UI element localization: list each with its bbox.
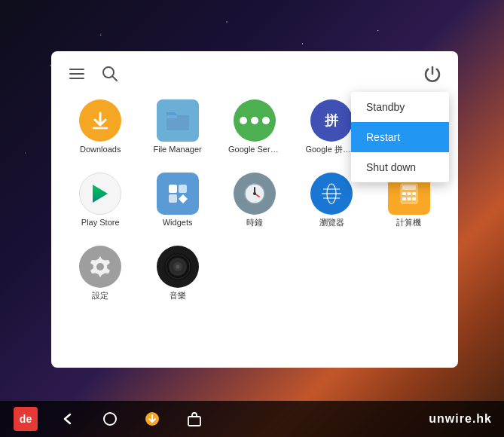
browser-icon <box>310 173 353 215</box>
power-icon <box>423 65 441 83</box>
hamburger-button[interactable] <box>66 63 87 84</box>
svg-rect-23 <box>407 192 411 195</box>
svg-point-14 <box>253 192 256 195</box>
settings-label: 設定 <box>92 291 108 301</box>
toolbar-left <box>66 63 121 84</box>
playstore-icon <box>79 173 121 215</box>
svg-rect-24 <box>412 192 416 195</box>
svg-rect-25 <box>402 197 406 200</box>
back-icon <box>60 411 75 426</box>
widgets-label: Widgets <box>163 218 193 228</box>
store-button[interactable] <box>181 405 208 432</box>
toolbar <box>60 60 449 93</box>
logo-text: de <box>20 413 32 425</box>
playstore-label: Play Store <box>81 218 120 228</box>
googlepinyin-label: Google 拼音輸... <box>305 145 358 154</box>
svg-point-29 <box>96 263 104 270</box>
brand-label: unwire.hk <box>429 412 492 426</box>
svg-point-33 <box>176 265 179 269</box>
home-button[interactable] <box>96 405 124 432</box>
search-icon <box>102 66 118 82</box>
restart-option[interactable]: Restart <box>351 122 449 152</box>
logo-icon: de <box>14 407 38 431</box>
hamburger-icon <box>69 69 84 79</box>
taskbar: de unwire.hk <box>0 401 504 437</box>
downloads-label: Downloads <box>80 145 121 154</box>
googleservice-icon <box>234 99 276 142</box>
svg-line-1 <box>112 76 117 81</box>
svg-rect-4 <box>166 115 189 130</box>
svg-rect-26 <box>407 197 411 200</box>
download-taskbar-button[interactable] <box>139 405 166 432</box>
standby-option[interactable]: Standby <box>351 92 449 122</box>
download-taskbar-icon <box>144 411 160 427</box>
music-label: 音樂 <box>170 291 186 301</box>
svg-rect-27 <box>412 197 416 200</box>
app-downloads[interactable]: Downloads <box>63 93 137 160</box>
shutdown-option[interactable]: Shut down <box>351 152 449 182</box>
music-icon <box>157 246 199 288</box>
browser-label: 瀏覽器 <box>319 218 344 228</box>
home-icon <box>102 411 118 426</box>
svg-marker-10 <box>179 194 188 203</box>
taskbar-left: de <box>12 405 208 432</box>
svg-marker-6 <box>93 185 108 203</box>
svg-rect-38 <box>188 417 200 426</box>
search-button[interactable] <box>99 63 121 84</box>
settings-icon <box>79 246 121 288</box>
app-filemanager[interactable]: File Manager <box>140 93 214 160</box>
svg-rect-7 <box>169 185 177 193</box>
calculator-label: 計算機 <box>396 218 421 228</box>
widgets-icon <box>157 173 199 215</box>
svg-rect-9 <box>169 194 177 203</box>
filemanager-icon <box>157 99 199 142</box>
filemanager-label: File Manager <box>153 145 201 154</box>
store-icon <box>186 411 203 427</box>
app-music[interactable]: 音樂 <box>140 240 214 307</box>
svg-rect-21 <box>402 185 416 190</box>
svg-rect-8 <box>179 185 187 193</box>
googleservice-label: Google Service... <box>228 145 281 154</box>
taskbar-logo-button[interactable]: de <box>12 405 39 432</box>
app-clock[interactable]: 時鐘 <box>218 167 292 234</box>
back-button[interactable] <box>54 405 81 432</box>
app-playstore[interactable]: Play Store <box>63 167 137 234</box>
clock-icon <box>234 173 276 215</box>
power-dropdown: Standby Restart Shut down <box>351 92 449 182</box>
app-widgets[interactable]: Widgets <box>140 167 214 234</box>
launcher-panel: Downloads File Manager <box>51 51 458 368</box>
app-googleservice[interactable]: Google Service... <box>218 93 292 160</box>
svg-rect-22 <box>402 192 406 195</box>
svg-point-36 <box>104 413 116 425</box>
clock-label: 時鐘 <box>246 218 263 228</box>
downloads-icon <box>79 99 121 142</box>
power-button[interactable] <box>422 63 443 84</box>
googlepinyin-icon: 拼 <box>310 99 353 142</box>
app-settings[interactable]: 設定 <box>63 240 137 307</box>
